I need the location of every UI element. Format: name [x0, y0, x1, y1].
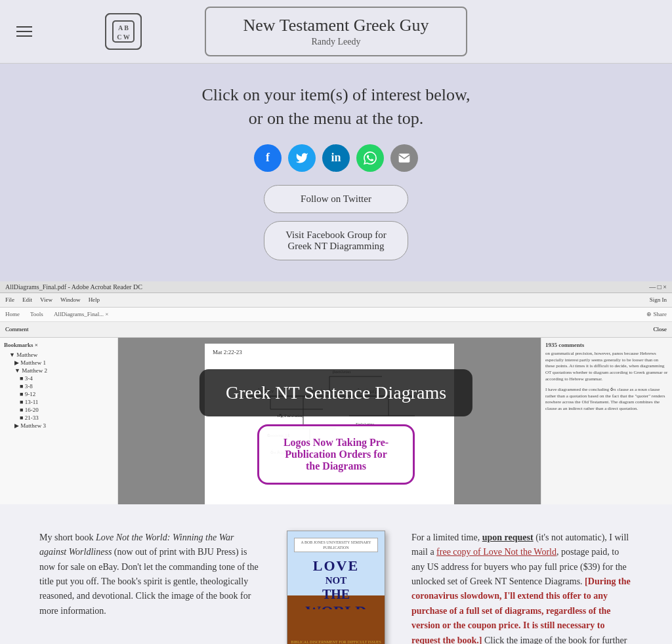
acrobat-comments-panel: 1935 comments on grammatical precision, …	[541, 338, 672, 504]
site-header: A B C W New Testament Greek Guy Randy Le…	[0, 0, 672, 64]
site-title: New Testament Greek Guy	[232, 16, 440, 35]
acrobat-nav-bar: Home Tools AllDiagrams_Final... × ⊕ Shar…	[0, 308, 672, 322]
book-cover-container[interactable]: A BOB JONES UNIVERSITY SEMINARY PUBLICAT…	[287, 531, 385, 644]
acrobat-sidebar: Bookmarks × ▼ Matthew ▶ Matthew 1 ▼ Matt…	[0, 338, 118, 504]
twitter-icon[interactable]	[288, 144, 316, 172]
free-copy-link[interactable]: free copy of Love Not the World	[436, 547, 556, 557]
hero-section: Click on your item(s) of interest below,…	[0, 64, 672, 281]
hero-heading: Click on your item(s) of interest below,…	[13, 83, 659, 131]
linkedin-icon[interactable]: in	[322, 144, 350, 172]
site-subtitle: Randy Leedy	[232, 37, 440, 47]
acrobat-comment-bar: Comment Close	[0, 322, 672, 338]
book-offer-right: For a limited time, upon request (it's n…	[411, 531, 633, 644]
visit-facebook-button[interactable]: Visit Facebook Group for Greek NT Diagra…	[264, 221, 408, 260]
facebook-icon[interactable]: f	[254, 144, 282, 172]
logo-right: A B C W	[105, 13, 142, 50]
book-cover[interactable]: A BOB JONES UNIVERSITY SEMINARY PUBLICAT…	[287, 531, 385, 644]
whatsapp-icon[interactable]	[356, 144, 384, 172]
book-description-left: My short book Love Not the World: Winnin…	[39, 531, 261, 618]
hamburger-menu-button[interactable]	[13, 23, 35, 40]
book-publisher-logo: A BOB JONES UNIVERSITY SEMINARY PUBLICAT…	[294, 538, 378, 552]
svg-text:A B: A B	[118, 24, 129, 31]
acrobat-menu-bar: File Edit View Window Help Sign In	[0, 293, 672, 308]
logo-icon-right: A B C W	[110, 18, 136, 45]
site-title-box: New Testament Greek Guy Randy Leedy	[205, 7, 467, 56]
diagrams-section: AllDiagrams_Final.pdf - Adobe Acrobat Re…	[0, 281, 672, 504]
follow-twitter-button[interactable]: Follow on Twitter	[264, 185, 408, 213]
social-icons-row: f in	[13, 144, 659, 172]
book-cover-bottom: BIBLICAL DISCERNMENT FOR DIFFICULT ISSUE…	[287, 609, 385, 644]
bottom-section: My short book Love Not the World: Winnin…	[0, 504, 672, 644]
logos-preorder-button[interactable]: Logos Now Taking Pre-Publication Orders …	[257, 424, 415, 485]
svg-text:C W: C W	[117, 33, 130, 41]
diagrams-overlay-title: Greek NT Sentence Diagrams	[200, 369, 472, 416]
email-icon[interactable]	[390, 144, 418, 172]
acrobat-titlebar: AllDiagrams_Final.pdf - Adobe Acrobat Re…	[0, 281, 672, 293]
